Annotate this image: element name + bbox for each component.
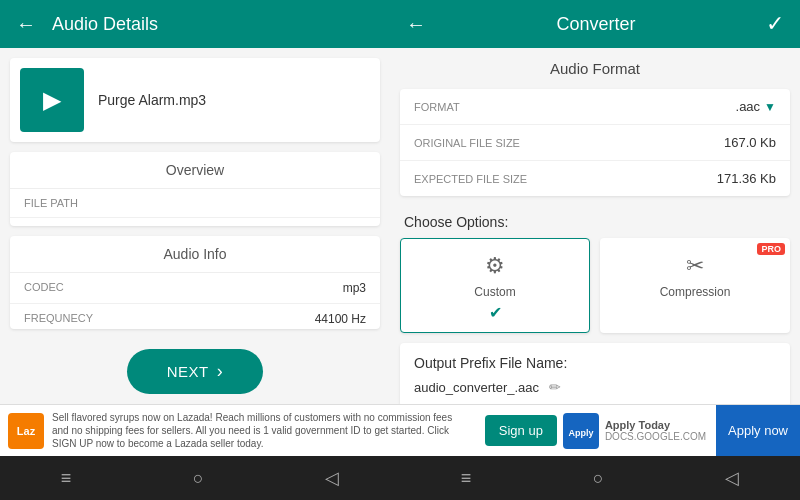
ad-left: Laz Sell flavored syrups now on Lazada! … [0, 411, 479, 450]
svg-text:Apply: Apply [568, 428, 593, 438]
compression-option[interactable]: PRO ✂ Compression [600, 238, 790, 333]
disc-image: Apply [565, 415, 597, 447]
left-panel-title: Audio Details [52, 14, 158, 35]
choose-options-label: Choose Options: [390, 206, 800, 238]
apply-today-text: Apply Today [605, 419, 706, 431]
frequency-row: FREQUNECY 44100 Hz [10, 304, 380, 329]
output-prefix-card: Output Prefix File Name: audio_converter… [400, 343, 790, 404]
next-button[interactable]: NEXT › [127, 349, 264, 394]
custom-label: Custom [474, 285, 515, 299]
custom-option[interactable]: ⚙ Custom ✔ [400, 238, 590, 333]
frequency-value: 44100 Hz [315, 312, 366, 326]
next-label: NEXT [167, 363, 209, 380]
format-dropdown-icon: ▼ [764, 100, 776, 114]
nav-back-left-icon[interactable]: ◁ [305, 459, 359, 497]
gear-icon: ⚙ [485, 253, 505, 279]
edit-icon[interactable]: ✏ [549, 379, 561, 395]
signup-button[interactable]: Sign up [485, 415, 557, 446]
compression-label: Compression [660, 285, 731, 299]
nav-menu-left-icon[interactable]: ≡ [41, 460, 92, 497]
codec-label: CODEC [24, 281, 64, 295]
right-back-arrow[interactable]: ← [406, 13, 426, 36]
codec-value: mp3 [343, 281, 366, 295]
original-size-value: 167.0 Kb [724, 135, 776, 150]
ad-right: Apply Apply Today DOCS.GOOGLE.COM Apply … [563, 405, 800, 457]
check-icon[interactable]: ✓ [766, 11, 784, 37]
file-name: Purge Alarm.mp3 [98, 92, 206, 108]
right-panel-title: Converter [556, 14, 635, 35]
codec-row: CODEC mp3 [10, 273, 380, 304]
format-value-text: .aac [736, 99, 761, 114]
play-icon: ▶ [43, 86, 61, 114]
duration-row: DURATION 00:00:10 [10, 218, 380, 226]
format-row: FORMAT .aac ▼ [400, 89, 790, 125]
original-size-row: ORIGINAL FILE SIZE 167.0 Kb [400, 125, 790, 161]
bottom-nav: ≡ ○ ◁ ≡ ○ ◁ [0, 456, 800, 500]
output-prefix-text: audio_converter_.aac [414, 380, 539, 395]
pro-badge: PRO [757, 243, 785, 255]
overview-title: Overview [10, 152, 380, 189]
docs-google-text: DOCS.GOOGLE.COM [605, 431, 706, 442]
nav-home-left-icon[interactable]: ○ [173, 460, 224, 497]
apply-now-button[interactable]: Apply now [716, 405, 800, 457]
disc-logo: Apply [563, 413, 599, 449]
file-path-row: FILE PATH [10, 189, 380, 218]
ad-left-text: Sell flavored syrups now on Lazada! Reac… [52, 411, 471, 450]
left-back-arrow[interactable]: ← [16, 13, 36, 36]
left-panel: ← Audio Details ▶ Purge Alarm.mp3 Overvi… [0, 0, 390, 404]
output-prefix-title: Output Prefix File Name: [414, 355, 776, 371]
nav-home-right-icon[interactable]: ○ [573, 460, 624, 497]
overview-card: Overview FILE PATH DURATION 00:00:10 SIZ… [10, 152, 380, 226]
expected-size-row: EXPECTED FILE SIZE 171.36 Kb [400, 161, 790, 196]
file-path-label: FILE PATH [24, 197, 78, 209]
expected-size-value: 171.36 Kb [717, 171, 776, 186]
ad-banner: Laz Sell flavored syrups now on Lazada! … [0, 404, 800, 456]
format-label: FORMAT [414, 101, 460, 113]
right-header: ← Converter ✓ [390, 0, 800, 48]
next-arrow-icon: › [217, 361, 224, 382]
output-prefix-value: audio_converter_.aac ✏ [414, 379, 776, 395]
audio-file-card: ▶ Purge Alarm.mp3 [10, 58, 380, 142]
play-button[interactable]: ▶ [20, 68, 84, 132]
lazada-logo: Laz [8, 413, 44, 449]
options-row: ⚙ Custom ✔ PRO ✂ Compression [390, 238, 800, 343]
expected-size-label: EXPECTED FILE SIZE [414, 173, 527, 185]
left-header: ← Audio Details [0, 0, 390, 48]
nav-menu-right-icon[interactable]: ≡ [441, 460, 492, 497]
frequency-label: FREQUNECY [24, 312, 93, 326]
original-size-label: ORIGINAL FILE SIZE [414, 137, 520, 149]
right-panel: ← Converter ✓ Audio Format FORMAT .aac ▼… [390, 0, 800, 404]
nav-back-right-icon[interactable]: ◁ [705, 459, 759, 497]
format-value[interactable]: .aac ▼ [736, 99, 776, 114]
next-btn-container: NEXT › [0, 339, 390, 404]
format-card: FORMAT .aac ▼ ORIGINAL FILE SIZE 167.0 K… [400, 89, 790, 196]
audio-format-title: Audio Format [390, 48, 800, 89]
audio-info-card: Audio Info CODEC mp3 FREQUNECY 44100 Hz … [10, 236, 380, 329]
selected-check-icon: ✔ [489, 303, 502, 322]
audio-info-title: Audio Info [10, 236, 380, 273]
scissors-icon: ✂ [686, 253, 704, 279]
